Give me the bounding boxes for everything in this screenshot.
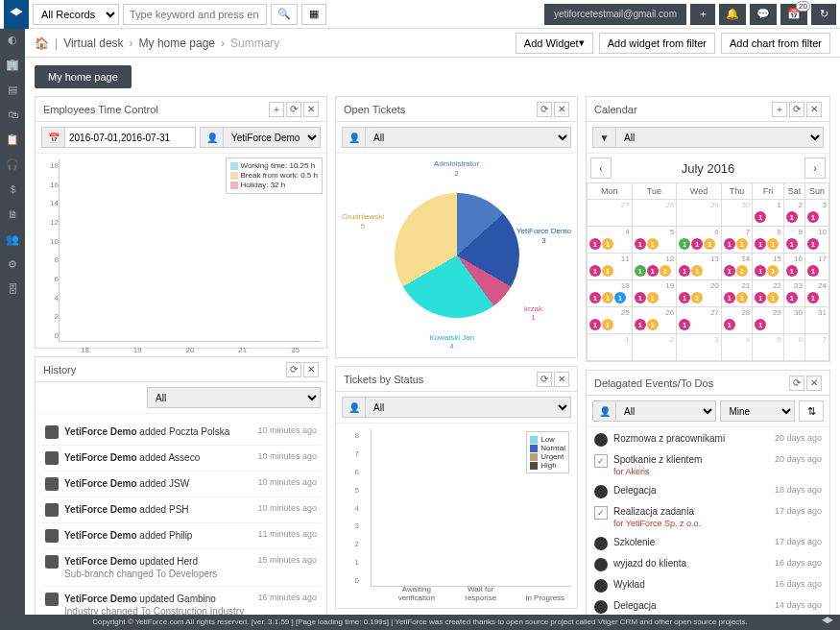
app-logo (4, 0, 29, 29)
grid-button[interactable]: ▦ (301, 4, 326, 25)
notifications-button[interactable]: 🔔 (719, 4, 746, 25)
chat-icon: 💬 (756, 8, 770, 20)
topbar: All Records 🔍 ▦ yetiforcetestmail@gmail.… (0, 0, 840, 29)
clock-icon: ↻ (820, 8, 828, 20)
search-icon: 🔍 (277, 8, 291, 20)
user-email-badge[interactable]: yetiforcetestmail@gmail.com (544, 4, 686, 25)
records-select[interactable]: All Records (33, 4, 119, 25)
plus-icon: ＋ (698, 7, 708, 21)
history-clock-button[interactable]: ↻ (811, 4, 836, 25)
grid-icon: ▦ (309, 8, 319, 20)
global-search-input[interactable] (123, 4, 267, 25)
search-button[interactable]: 🔍 (271, 4, 298, 25)
add-button[interactable]: ＋ (690, 4, 715, 25)
chat-button[interactable]: 💬 (750, 4, 777, 25)
bell-icon: 🔔 (726, 8, 739, 20)
calendar-badge: 20 (796, 1, 810, 12)
calendar-button[interactable]: 📅20 (780, 4, 807, 25)
